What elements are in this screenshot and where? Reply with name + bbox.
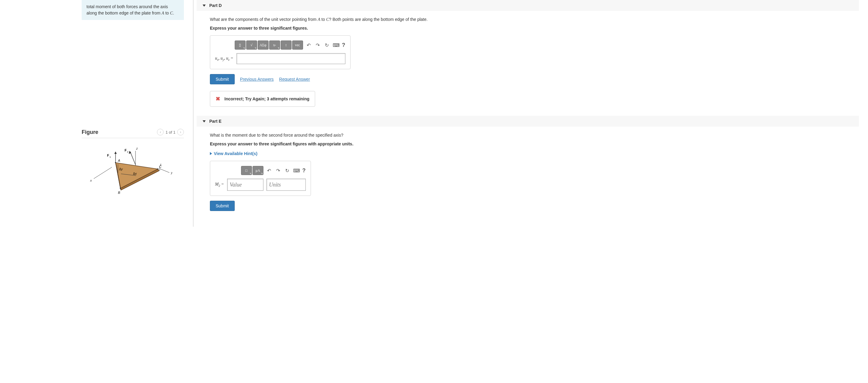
toolbar-sqrt-button[interactable]: √ xyxy=(246,40,257,50)
svg-text:F: F xyxy=(107,154,109,157)
figure-next-button[interactable]: › xyxy=(177,129,184,135)
part-e-header[interactable]: Part E xyxy=(196,116,859,127)
svg-text:y: y xyxy=(170,171,173,174)
part-e-value-input[interactable] xyxy=(227,179,264,191)
toolbar-angle-button[interactable]: μA xyxy=(252,166,264,175)
part-e-instruction: Express your answer to three significant… xyxy=(210,141,850,146)
part-e-answer-box: □ μA ↶ ↷ ↻ ⌨ ? M2 = xyxy=(210,161,311,196)
svg-point-13 xyxy=(120,188,121,189)
part-d-header[interactable]: Part D xyxy=(196,0,859,11)
toolbar-exp-button[interactable]: xa xyxy=(269,40,280,50)
help-icon[interactable]: ? xyxy=(303,167,306,174)
reset-icon[interactable]: ↻ xyxy=(323,42,330,48)
figure-pager: 1 of 1 xyxy=(165,130,176,134)
figure-title: Figure xyxy=(82,129,98,135)
view-hints-link[interactable]: View Available Hint(s) xyxy=(210,151,850,156)
svg-line-5 xyxy=(94,167,112,179)
part-d-instruction: Express your answer to three significant… xyxy=(210,26,850,31)
svg-text:B: B xyxy=(118,191,120,194)
request-answer-link[interactable]: Request Answer xyxy=(279,77,310,82)
undo-icon[interactable]: ↶ xyxy=(266,168,273,173)
redo-icon[interactable]: ↷ xyxy=(275,168,282,173)
part-e-answer-label: M2 = xyxy=(215,182,224,187)
chevron-right-icon xyxy=(210,152,212,155)
problem-intro: total moment of both forces around the a… xyxy=(82,0,184,20)
svg-text:Δy: Δy xyxy=(119,167,123,171)
toolbar-template-button[interactable]: ▯ xyxy=(235,40,246,50)
keyboard-icon[interactable]: ⌨ xyxy=(293,168,300,173)
svg-text:Δx: Δx xyxy=(133,172,137,175)
figure-prev-button[interactable]: ‹ xyxy=(157,129,164,135)
svg-point-11 xyxy=(157,168,158,169)
part-d-feedback: ✖ Incorrect; Try Again; 3 attempts remai… xyxy=(210,91,315,107)
svg-text:z: z xyxy=(136,147,138,150)
part-d-submit-button[interactable]: Submit xyxy=(210,74,235,84)
redo-icon[interactable]: ↷ xyxy=(314,42,321,48)
part-e-question: What is the moment due to the second for… xyxy=(210,132,850,138)
undo-icon[interactable]: ↶ xyxy=(306,42,312,48)
svg-text:x: x xyxy=(90,179,92,182)
part-d-answer-box: ▯ √ ΑΣφ xa ↕ vec ↶ ↷ ↻ ⌨ ? xyxy=(210,35,350,69)
svg-text:A: A xyxy=(118,159,120,162)
svg-text:1: 1 xyxy=(110,156,111,158)
svg-text:F: F xyxy=(125,149,127,152)
part-d-question: What are the components of the unit vect… xyxy=(210,16,850,23)
figure-image: z y x A C B xyxy=(82,143,184,204)
toolbar-updown-button[interactable]: ↕ xyxy=(281,40,291,50)
reset-icon[interactable]: ↻ xyxy=(284,168,291,173)
toolbar-greek-button[interactable]: ΑΣφ xyxy=(258,40,269,50)
toolbar-vec-button[interactable]: vec xyxy=(292,40,303,50)
keyboard-icon[interactable]: ⌨ xyxy=(333,42,340,48)
part-d-answer-input[interactable] xyxy=(237,53,345,64)
part-d-answer-label: ux, uy, uz = xyxy=(215,56,234,61)
incorrect-icon: ✖ xyxy=(216,96,220,102)
help-icon[interactable]: ? xyxy=(342,42,345,49)
toolbar-frac-button[interactable]: □ xyxy=(241,166,252,175)
svg-line-3 xyxy=(160,169,169,172)
part-e-units-input[interactable] xyxy=(267,179,306,191)
previous-answers-link[interactable]: Previous Answers xyxy=(240,77,274,82)
svg-text:2: 2 xyxy=(127,151,128,153)
part-d-title: Part D xyxy=(209,3,222,8)
svg-line-19 xyxy=(130,152,135,165)
part-e-submit-button[interactable]: Submit xyxy=(210,201,235,211)
svg-marker-16 xyxy=(114,152,117,154)
chevron-down-icon xyxy=(203,120,206,122)
chevron-down-icon xyxy=(203,4,206,7)
svg-marker-6 xyxy=(116,163,158,188)
part-e-title: Part E xyxy=(209,119,221,124)
